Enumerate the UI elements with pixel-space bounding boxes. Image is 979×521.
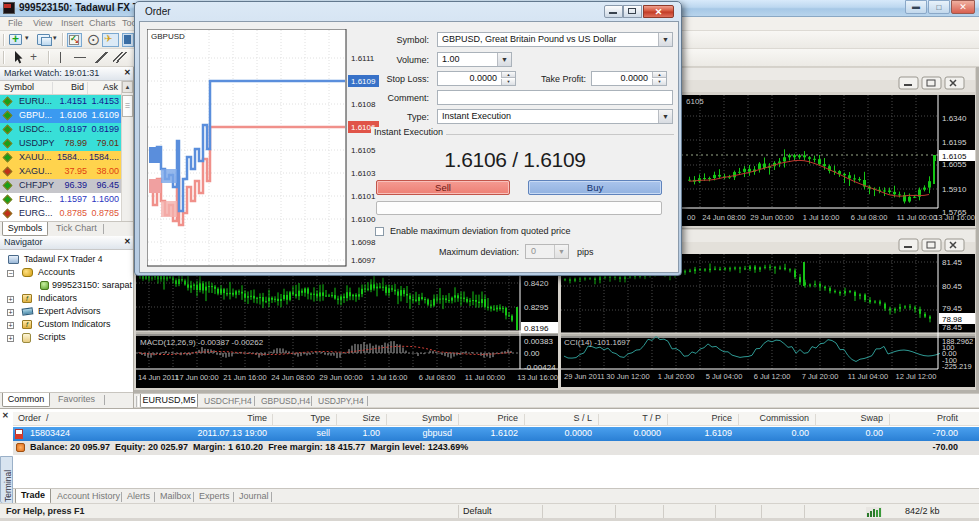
- svg-text:1.6108: 1.6108: [351, 100, 376, 109]
- svg-text:0.8420: 0.8420: [524, 279, 549, 288]
- svg-text:1.6103: 1.6103: [351, 169, 376, 178]
- svg-text:1.6109: 1.6109: [351, 77, 376, 86]
- svg-text:1.6098: 1.6098: [351, 238, 376, 247]
- svg-text:GBPUSD: GBPUSD: [151, 32, 185, 41]
- svg-text:17 Jun 00:00: 17 Jun 00:00: [175, 373, 218, 382]
- svg-text:1.5910: 1.5910: [942, 185, 967, 194]
- svg-text:11 Jul 00:00: 11 Jul 00:00: [465, 373, 505, 382]
- svg-text:CCI(14) -101.1697: CCI(14) -101.1697: [564, 338, 631, 347]
- svg-text:21 Jun 16:00: 21 Jun 16:00: [223, 373, 266, 382]
- svg-text:1.6195: 1.6195: [942, 138, 967, 147]
- svg-text:1.6105: 1.6105: [942, 152, 967, 161]
- svg-text:MACD(12,26,9) -0.00387 -0.0026: MACD(12,26,9) -0.00387 -0.00262: [140, 338, 264, 347]
- svg-text:-225.219: -225.219: [942, 362, 972, 371]
- svg-text:6 Jul 08:00: 6 Jul 08:00: [419, 373, 456, 382]
- svg-text:11 Jul 00:00: 11 Jul 00:00: [897, 213, 937, 222]
- svg-text:24 Jun 08:00: 24 Jun 08:00: [702, 213, 745, 222]
- svg-text:1 Jul 16:00: 1 Jul 16:00: [803, 213, 840, 222]
- svg-text:29 Jun 2011: 29 Jun 2011: [564, 372, 605, 381]
- svg-text:7 Jul 20:00: 7 Jul 20:00: [802, 372, 839, 381]
- svg-text:1 Jul 20:00: 1 Jul 20:00: [658, 372, 695, 381]
- svg-text:1 Jul 16:00: 1 Jul 16:00: [371, 373, 408, 382]
- svg-text:0.00383: 0.00383: [524, 337, 553, 346]
- svg-text:14 Jun 2011: 14 Jun 2011: [138, 373, 179, 382]
- svg-text:13 Jul 16:00: 13 Jul 16:00: [517, 373, 558, 382]
- svg-text:0.8196: 0.8196: [524, 324, 549, 333]
- svg-text:11 Jul 04:00: 11 Jul 04:00: [848, 372, 888, 381]
- svg-text:29 Jun 00:00: 29 Jun 00:00: [750, 213, 793, 222]
- svg-text:1.6055: 1.6055: [942, 160, 967, 169]
- svg-text:1.6111: 1.6111: [351, 54, 375, 63]
- svg-text:-0.00424: -0.00424: [524, 363, 556, 372]
- svg-text:1.6105: 1.6105: [351, 146, 376, 155]
- svg-text:78.98: 78.98: [942, 315, 963, 324]
- svg-text:12 Jul 12:00: 12 Jul 12:00: [896, 372, 937, 381]
- svg-text:5 Jul 04:00: 5 Jul 04:00: [706, 372, 743, 381]
- svg-text:6105: 6105: [686, 97, 704, 106]
- svg-text:0.00: 0.00: [524, 349, 540, 358]
- svg-text:29 Jun 00:00: 29 Jun 00:00: [319, 373, 362, 382]
- svg-text:0.8295: 0.8295: [524, 303, 549, 312]
- svg-text:00: 00: [687, 213, 695, 222]
- svg-text:79.45: 79.45: [942, 304, 963, 313]
- svg-text:78.45: 78.45: [942, 323, 963, 332]
- svg-text:1.6097: 1.6097: [351, 256, 376, 265]
- svg-text:30 Jun 12:00: 30 Jun 12:00: [606, 372, 649, 381]
- svg-text:13 Jul 16:00: 13 Jul 16:00: [934, 213, 975, 222]
- svg-text:1.6100: 1.6100: [351, 215, 376, 224]
- svg-text:81.45: 81.45: [942, 258, 963, 267]
- svg-text:80.45: 80.45: [942, 282, 963, 291]
- svg-text:1.6101: 1.6101: [351, 192, 376, 201]
- svg-text:6 Jul 12:00: 6 Jul 12:00: [754, 372, 791, 381]
- svg-text:1.6340: 1.6340: [942, 114, 967, 123]
- svg-text:6 Jul 08:00: 6 Jul 08:00: [851, 213, 888, 222]
- svg-text:24 Jun 08:00: 24 Jun 08:00: [271, 373, 314, 382]
